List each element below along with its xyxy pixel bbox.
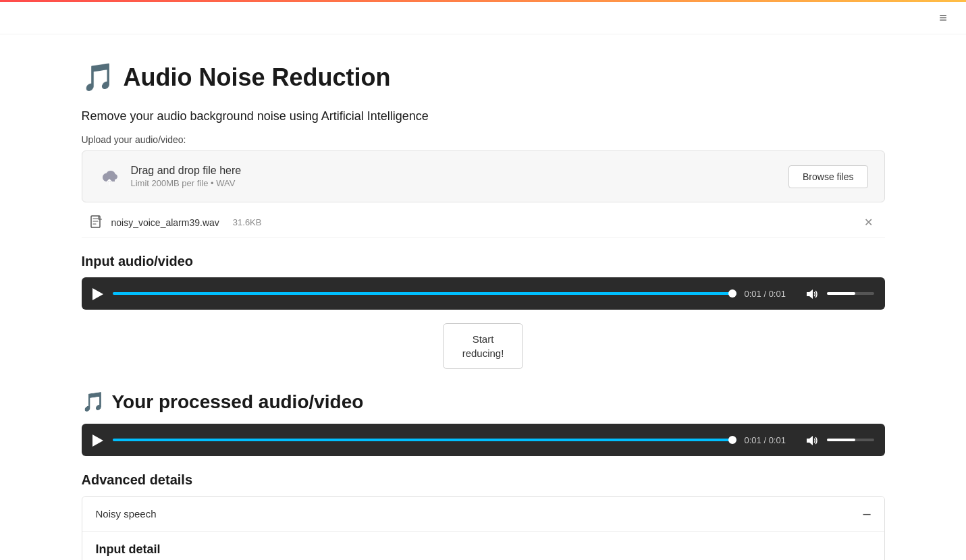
input-audio-player[interactable]: 0:01 / 0:01	[82, 277, 885, 310]
accordion-toggle-icon: –	[863, 506, 870, 522]
output-mute-button[interactable]	[807, 434, 819, 446]
file-size: 31.6KB	[233, 217, 262, 227]
accordion-content-title: Input detail	[96, 542, 161, 556]
input-section-title: Input audio/video	[82, 254, 885, 269]
browse-files-button[interactable]: Browse files	[788, 165, 867, 188]
output-progress-fill	[113, 439, 736, 441]
output-volume-fill	[827, 439, 855, 441]
page-title-container: 🎵 Audio Noise Reduction	[82, 61, 885, 93]
output-play-button[interactable]	[92, 434, 105, 446]
upload-dropzone[interactable]: Drag and drop file here Limit 200MB per …	[82, 150, 885, 202]
action-center: Start reducing!	[82, 323, 885, 369]
accordion: Noisy speech – Input detail	[82, 496, 885, 560]
drag-drop-text: Drag and drop file here	[131, 165, 242, 177]
output-volume-bar[interactable]	[827, 439, 874, 441]
upload-label: Upload your audio/video:	[82, 134, 885, 145]
file-doc-icon	[90, 215, 103, 230]
accordion-label: Noisy speech	[96, 508, 157, 520]
svg-marker-2	[807, 289, 813, 299]
start-reducing-button[interactable]: Start reducing!	[443, 323, 524, 369]
input-progress-thumb	[728, 289, 736, 298]
svg-marker-3	[92, 435, 103, 447]
input-play-button[interactable]	[92, 287, 105, 300]
file-name: noisy_voice_alarm39.wav	[111, 217, 219, 228]
file-item: noisy_voice_alarm39.wav 31.6KB ✕	[82, 208, 885, 237]
file-remove-button[interactable]: ✕	[860, 215, 877, 230]
input-time-display: 0:01 / 0:01	[745, 289, 799, 299]
input-progress-fill	[113, 292, 736, 295]
accordion-header[interactable]: Noisy speech –	[82, 497, 884, 531]
input-mute-button[interactable]	[807, 287, 819, 300]
output-audio-player[interactable]: 0:01 / 0:01	[82, 424, 885, 456]
page-title: Audio Noise Reduction	[124, 63, 391, 92]
output-time-display: 0:01 / 0:01	[745, 435, 799, 445]
output-progress-bar[interactable]	[113, 439, 736, 441]
output-music-icon: 🎵	[82, 391, 105, 413]
title-music-icon: 🎵	[82, 61, 115, 93]
output-section-title: Your processed audio/video	[112, 391, 364, 413]
start-btn-line1: Start	[473, 333, 494, 345]
input-volume-fill	[827, 292, 855, 295]
menu-icon[interactable]: ≡	[934, 7, 952, 28]
advanced-title: Advanced details	[82, 472, 885, 488]
page-subtitle: Remove your audio background noise using…	[82, 109, 885, 123]
upload-left: Drag and drop file here Limit 200MB per …	[99, 165, 242, 188]
input-volume-bar[interactable]	[827, 292, 874, 295]
start-btn-line2: reducing!	[462, 347, 504, 359]
upload-text-block: Drag and drop file here Limit 200MB per …	[131, 165, 242, 188]
upload-cloud-icon	[99, 166, 120, 188]
output-progress-thumb	[728, 436, 736, 444]
svg-marker-4	[807, 436, 813, 445]
svg-marker-1	[92, 288, 103, 300]
accordion-content: Input detail	[82, 531, 884, 560]
main-content: 🎵 Audio Noise Reduction Remove your audi…	[28, 34, 939, 560]
header: ≡	[0, 2, 966, 34]
output-section-header: 🎵 Your processed audio/video	[82, 391, 885, 413]
advanced-section: Advanced details Noisy speech – Input de…	[82, 472, 885, 560]
input-progress-bar[interactable]	[113, 292, 736, 295]
upload-limit-text: Limit 200MB per file • WAV	[131, 178, 242, 188]
